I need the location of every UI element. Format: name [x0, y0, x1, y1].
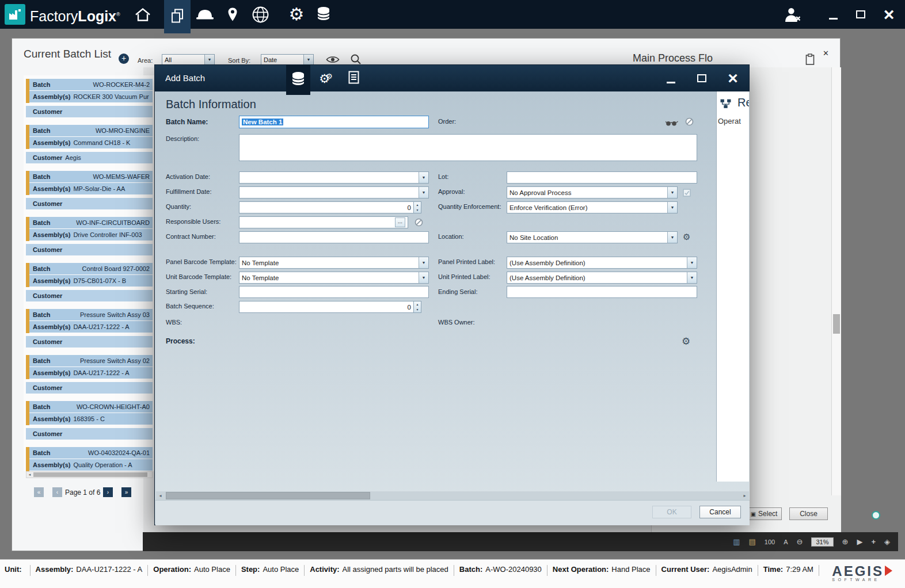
batch-list-item[interactable]: BatchControl Board 927-0002 Assembly(s)D…: [26, 263, 153, 302]
panel-printed-label-select[interactable]: (Use Assembly Definition) ▼: [507, 257, 697, 269]
add-batch-button[interactable]: +: [119, 54, 129, 64]
approval-select[interactable]: No Approval Process ▼: [507, 186, 678, 198]
scrollbar-thumb[interactable]: [33, 472, 147, 477]
batch-list-item[interactable]: BatchWO-04032024-QA-01 Assembly(s)Qualit…: [26, 447, 153, 471]
glasses-icon[interactable]: [666, 119, 678, 129]
scroll-right-icon[interactable]: ▸: [740, 491, 749, 500]
scrollbar-thumb[interactable]: [833, 314, 840, 334]
description-label: Description:: [166, 135, 199, 142]
minimize-button[interactable]: [660, 70, 681, 87]
activation-date-select[interactable]: ▼: [239, 171, 429, 184]
clipboard-icon[interactable]: [805, 54, 815, 68]
unit-printed-label-select[interactable]: (Use Assembly Definition) ▼: [507, 272, 697, 284]
zoom-100-button[interactable]: 100: [765, 539, 775, 545]
area-select[interactable]: All ▼: [162, 54, 215, 65]
zoom-in-icon[interactable]: ⊕: [842, 538, 849, 545]
close-panel-icon[interactable]: ✕: [823, 49, 829, 58]
chevron-down-icon[interactable]: ▼: [303, 55, 313, 64]
previous-page-button[interactable]: ‹: [52, 487, 62, 497]
location-select[interactable]: No Site Location ▼: [507, 231, 678, 243]
starting-serial-input[interactable]: [239, 286, 429, 298]
sort-by-select[interactable]: Date ▼: [261, 54, 314, 65]
layers-icon[interactable]: ▥: [733, 538, 740, 545]
chevron-down-icon[interactable]: ▼: [419, 257, 428, 268]
chevron-down-icon[interactable]: ▼: [667, 187, 677, 198]
scrollbar-thumb[interactable]: [166, 492, 370, 499]
browse-users-button[interactable]: ...: [395, 217, 405, 227]
batch-list-item[interactable]: BatchWO-CROWN-HEIGHT-A0 Assembly(s)16839…: [26, 401, 153, 440]
fit-view-icon[interactable]: ◈: [884, 538, 890, 545]
fulfillment-date-select[interactable]: ▼: [239, 186, 429, 198]
panel-scrollbar[interactable]: [831, 67, 841, 495]
text-size-button[interactable]: A: [784, 539, 788, 545]
scroll-left-icon[interactable]: ◂: [156, 491, 165, 500]
next-page-button[interactable]: ›: [103, 487, 113, 497]
batch-sequence-stepper[interactable]: ▲▼: [414, 301, 421, 313]
home-icon[interactable]: [132, 0, 153, 29]
batch-sequence-label: Batch Sequence:: [166, 303, 214, 310]
chevron-down-icon[interactable]: ▼: [204, 55, 214, 64]
batch-list-item[interactable]: BatchWO-MRO-ENGINE Assembly(s)Command CH…: [26, 125, 153, 164]
chevron-down-icon[interactable]: ▼: [419, 272, 428, 283]
chevron-down-icon[interactable]: ▼: [419, 187, 428, 198]
chevron-down-icon[interactable]: ▼: [419, 172, 428, 183]
panel-barcode-template-select[interactable]: No Template ▼: [239, 257, 429, 269]
unit-barcode-template-select[interactable]: No Template ▼: [239, 272, 429, 284]
status-dot-icon[interactable]: [872, 511, 880, 520]
maximize-button[interactable]: [853, 6, 869, 23]
quantity-stepper[interactable]: ▲▼: [414, 201, 421, 213]
quantity-input[interactable]: 0: [239, 201, 414, 213]
location-pin-icon[interactable]: [226, 0, 239, 29]
batch-name-input[interactable]: New Batch 1: [239, 116, 429, 128]
database-sync-icon[interactable]: [313, 0, 335, 29]
dialog-hscrollbar[interactable]: ◂ ▸: [156, 491, 749, 500]
settings-gear-icon[interactable]: ⚙: [286, 0, 307, 29]
ending-serial-input[interactable]: [507, 286, 697, 298]
production-icon[interactable]: [195, 0, 215, 29]
pan-icon[interactable]: +: [871, 538, 876, 545]
pointer-icon[interactable]: ▶: [857, 538, 862, 545]
batch-sequence-input[interactable]: 0: [239, 301, 414, 313]
process-settings-icon[interactable]: ⚙: [682, 337, 690, 346]
data-tab[interactable]: [286, 65, 310, 95]
batch-list-item[interactable]: BatchPressure Switch Assy 03 Assembly(s)…: [26, 309, 153, 348]
location-settings-icon[interactable]: ⚙: [683, 232, 690, 241]
settings-tab[interactable]: ⚙⚙: [314, 65, 338, 91]
minimize-button[interactable]: [825, 6, 841, 23]
logout-user-icon[interactable]: [782, 0, 803, 29]
zoom-out-icon[interactable]: ⊖: [797, 538, 803, 545]
batches-module-tab[interactable]: [164, 0, 191, 33]
zoom-level[interactable]: 31%: [811, 537, 833, 547]
globe-icon[interactable]: [250, 0, 271, 29]
last-page-button[interactable]: »: [121, 487, 131, 497]
scroll-left-icon[interactable]: ◂: [26, 472, 33, 478]
report-tab[interactable]: [341, 65, 366, 91]
clear-users-icon[interactable]: [415, 218, 423, 229]
description-input[interactable]: [239, 134, 697, 161]
customer-label: Customer: [33, 384, 62, 391]
chevron-down-icon[interactable]: ▼: [667, 232, 677, 243]
clear-order-icon[interactable]: [685, 117, 694, 128]
contract-number-input[interactable]: [239, 231, 429, 243]
quantity-enforcement-select[interactable]: Enforce Verification (Error) ▼: [507, 201, 678, 213]
lot-input[interactable]: [507, 171, 697, 184]
priority-stripe: [26, 401, 29, 425]
chevron-down-icon[interactable]: ▼: [687, 272, 697, 283]
chevron-down-icon[interactable]: ▼: [667, 202, 677, 213]
select-button[interactable]: ▣ Select: [746, 507, 782, 520]
close-button[interactable]: ×: [877, 6, 900, 23]
batch-list-item[interactable]: BatchWO-MEMS-WAFER Assembly(s)MP-Solar-D…: [26, 171, 153, 210]
close-button[interactable]: ×: [723, 70, 743, 87]
batch-list-item[interactable]: BatchWO-ROCKER-M4-2 Assembly(s)ROCKER 30…: [26, 79, 153, 118]
batch-list-item[interactable]: BatchWO-INF-CIRCUITBOARD Assembly(s)Driv…: [26, 217, 153, 256]
responsible-users-input[interactable]: ...: [239, 216, 408, 228]
cancel-button[interactable]: Cancel: [699, 506, 741, 518]
close-button[interactable]: Close: [789, 507, 828, 520]
chevron-down-icon[interactable]: ▼: [687, 257, 697, 268]
first-page-button[interactable]: «: [34, 487, 44, 497]
maximize-button[interactable]: [693, 70, 711, 87]
batch-list-item[interactable]: BatchPressure Switch Assy 02 Assembly(s)…: [26, 355, 153, 394]
image-icon[interactable]: ▤: [749, 538, 756, 545]
batch-list-scrollbar[interactable]: ◂: [26, 471, 153, 478]
ok-button[interactable]: OK: [652, 506, 691, 518]
